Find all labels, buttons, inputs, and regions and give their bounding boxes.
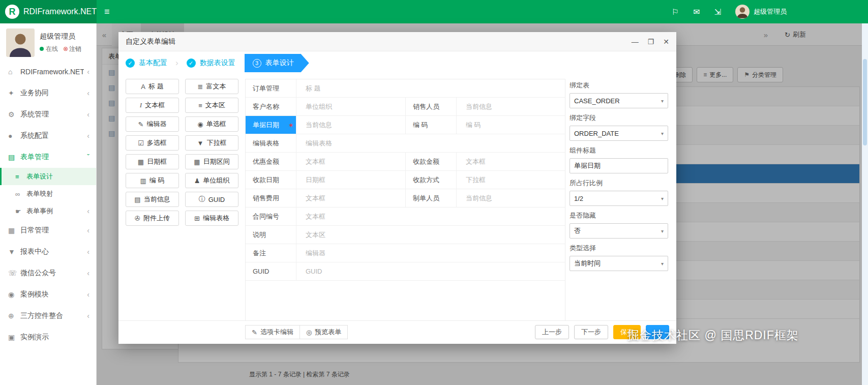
pencil-icon: ✎ [252,329,257,336]
eye-icon: ◎ [306,329,312,336]
canvas-row: GUID GUID [246,262,565,281]
sidebar-item-report-center[interactable]: ▼ 报表中心 ‹ [0,241,96,262]
component-field[interactable]: 文本框 [296,208,565,225]
palette-item-textarea[interactable]: ≡文本区 [185,98,238,113]
component-label[interactable]: 说明 [246,226,296,244]
canvas-row: 备注 编辑器 [246,244,565,262]
logout-icon: ⊗ [63,45,68,52]
palette-item-datebox[interactable]: ▦日期框 [126,154,179,169]
bind-field-select[interactable]: ORDER_DATE ▾ [570,126,668,141]
component-label[interactable]: 优惠金额 [246,153,296,170]
chevron-down-icon: ˇ [87,153,89,161]
palette-item-guid[interactable]: ⓘGUID [185,192,238,207]
component-field[interactable]: 文本框 [296,189,406,207]
palette-item-richtext[interactable]: ≣富文本 [185,79,238,94]
palette-item-daterange[interactable]: ▦日期区间 [185,154,238,169]
close-button[interactable]: ✕ [663,38,669,45]
prev-step-button[interactable]: 上一步 [535,325,569,339]
app-logo[interactable]: R RDIFramework.NET [0,0,97,23]
filter-icon: ▼ [8,248,20,256]
component-title-input[interactable] [570,158,668,173]
palette-item-title[interactable]: A标 题 [126,79,179,94]
palette-item-edittable[interactable]: ⊞编辑表格 [185,211,238,226]
step-datatable-config[interactable]: ✓ 数据表设置 [187,58,235,68]
fullscreen-icon[interactable]: ⇲ [714,7,721,17]
component-field[interactable]: 当前信息 [457,189,565,207]
component-field[interactable]: 下拉框 [457,171,565,189]
component-field[interactable]: 文本区 [296,226,565,244]
palette-item-textbox[interactable]: I文本框 [126,98,179,113]
palette-item-editor[interactable]: ✎编辑器 [126,116,179,132]
sidebar-item-system-config[interactable]: ● 系统配置 ‹ [0,125,96,146]
component-label[interactable]: 备注 [246,244,296,262]
mail-icon[interactable]: ✉ [693,7,700,17]
palette-item-checkbox[interactable]: ☑多选框 [126,135,179,151]
sidebar-subitem-form-mapping[interactable]: ∞ 表单映射 [0,185,96,202]
component-label[interactable]: 销售人员 [406,98,457,115]
step-form-design-active[interactable]: 3 表单设计 [245,54,309,72]
component-label[interactable]: 编辑表格 [246,134,296,152]
component-field[interactable]: 标 题 [296,79,565,97]
palette-item-radio[interactable]: ◉单选框 [185,116,238,132]
component-label[interactable]: 收款金额 [406,153,457,170]
sidebar-subitem-form-case[interactable]: ☛ 表单事例 ‹ [0,202,96,220]
next-step-button[interactable]: 下一步 [574,325,608,339]
step-basic-config[interactable]: ✓ 基本配置 [126,58,167,68]
sidebar-item-thirdparty-controls[interactable]: ⊕ 三方控件整合 ‹ [0,305,96,327]
form-icon: ▤ [8,153,20,161]
maximize-button[interactable]: ❐ [648,38,654,45]
component-field[interactable]: 单位组织 [296,98,406,115]
sidebar-toggle-icon[interactable]: ≡ [104,0,110,23]
component-field[interactable]: 编 码 [457,116,565,134]
component-label[interactable]: 收款方式 [406,171,457,189]
component-label[interactable]: 编 码 [406,116,457,134]
sidebar-item-business-collab[interactable]: ✦ 业务协同 ‹ [0,82,96,104]
tab-edit-button[interactable]: ✎ 选项卡编辑 [245,325,300,339]
bind-table-select[interactable]: CASE_ORDER ▾ [570,93,668,108]
row-ratio-select[interactable]: 1/2 ▾ [570,191,668,206]
user-menu[interactable]: 超级管理员 [735,5,787,19]
palette-item-dropdown[interactable]: ▼下拉框 [185,135,238,151]
component-label[interactable]: 收款日期 [246,171,296,189]
minimize-button[interactable]: — [632,38,639,45]
component-label[interactable]: 合同编号 [246,208,296,225]
palette-item-upload[interactable]: ✇附件上传 [126,211,179,226]
sidebar-item-demo[interactable]: ▣ 实例演示 [0,327,96,348]
component-label[interactable]: 客户名称 [246,98,296,115]
palette-item-currentinfo[interactable]: ▤当前信息 [126,192,179,207]
scrollbar-thumb[interactable] [863,59,867,145]
sidebar-item-case-module[interactable]: ◉ 案例模块 ‹ [0,284,96,305]
component-field[interactable]: 编辑器 [296,244,565,262]
announcement-icon[interactable]: ⚐ [672,7,679,17]
preview-form-button[interactable]: ◎ 预览表单 [300,325,348,339]
component-label-selected[interactable]: 单据日期∗ [246,116,296,134]
palette-item-code[interactable]: ▥编 码 [126,173,179,188]
sidebar-item-rdiframework[interactable]: ⌂ RDIFramework.NET ‹ [0,61,96,82]
online-status: 在线 [40,45,58,53]
component-field[interactable]: 日期框 [296,171,406,189]
sidebar-item-form-management[interactable]: ▤ 表单管理 ˇ [0,146,96,168]
component-label[interactable]: 销售费用 [246,189,296,207]
check-icon: ✓ [187,58,196,68]
sidebar-item-system-management[interactable]: ⚙ 系统管理 ‹ [0,104,96,125]
logout-link[interactable]: ⊗注销 [63,45,81,53]
monitor-icon: ▣ [8,333,20,341]
component-label[interactable]: GUID [246,262,296,280]
component-label[interactable]: 订单管理 [246,79,296,97]
component-field[interactable]: 文本框 [296,153,406,170]
sidebar-item-daily-management[interactable]: ▦ 日常管理 ‹ [0,220,96,241]
component-field[interactable]: 当前信息 [457,98,565,115]
palette-item-organization[interactable]: ♟单位组织 [185,173,238,188]
hand-icon: ☛ [15,208,26,215]
type-select[interactable]: 当前时间 ▾ [570,256,668,271]
watermark-text: 掘金技术社区 @ 国思RDIF框架 [627,328,799,343]
component-field[interactable]: 文本框 [457,153,565,170]
sidebar-item-wechat[interactable]: ☏ 微信公众号 ‹ [0,262,96,284]
hidden-select[interactable]: 否 ▾ [570,223,668,239]
vertical-scrollbar[interactable] [862,23,868,385]
component-field[interactable]: 当前信息 [296,116,406,134]
component-label[interactable]: 制单人员 [406,189,457,207]
sidebar-subitem-form-design[interactable]: ≡ 表单设计 [0,168,96,185]
component-field[interactable]: GUID [296,262,565,280]
component-field[interactable]: 编辑表格 [296,134,565,152]
